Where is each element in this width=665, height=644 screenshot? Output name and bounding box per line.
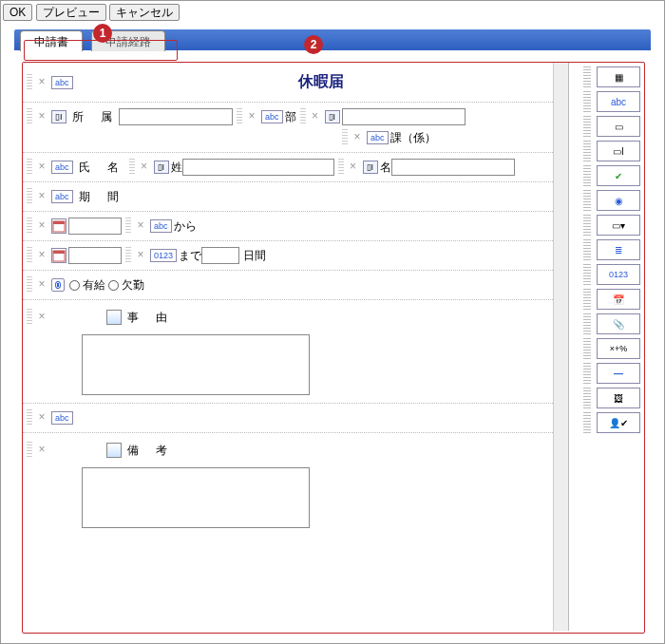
- drag-handle[interactable]: [27, 74, 32, 91]
- delete-icon[interactable]: ×: [36, 312, 48, 323]
- text-chip-icon[interactable]: abc: [51, 161, 73, 174]
- text-label-icon[interactable]: abc: [597, 91, 640, 112]
- drag-handle[interactable]: [583, 66, 591, 87]
- textarea-chip-icon[interactable]: [106, 443, 122, 458]
- drag-handle[interactable]: [338, 159, 344, 176]
- days-input[interactable]: [201, 247, 239, 264]
- textbox-chip-icon[interactable]: ▯I: [154, 161, 169, 174]
- date-chip-icon[interactable]: [51, 218, 66, 234]
- textbox-chip-icon[interactable]: ▯I: [363, 161, 378, 174]
- absent-radio[interactable]: [108, 280, 119, 291]
- text-chip-icon[interactable]: abc: [51, 76, 73, 89]
- textbox-chip-icon[interactable]: ▯I: [325, 110, 340, 123]
- form-canvas[interactable]: × abc 休暇届 × ▯I 所 属 × abc 部: [23, 63, 569, 631]
- drag-handle[interactable]: [27, 442, 32, 459]
- layout-icon[interactable]: ▦: [597, 66, 640, 87]
- delete-icon[interactable]: ×: [36, 161, 48, 173]
- textarea-chip-icon[interactable]: [106, 310, 122, 325]
- delete-icon[interactable]: ×: [36, 412, 48, 424]
- drag-handle[interactable]: [583, 289, 591, 310]
- image-icon[interactable]: 🖼: [597, 388, 640, 408]
- text-chip-icon[interactable]: abc: [261, 110, 283, 123]
- drag-handle[interactable]: [27, 309, 32, 326]
- drag-handle[interactable]: [583, 116, 591, 137]
- delete-icon[interactable]: ×: [352, 132, 363, 143]
- drag-handle[interactable]: [27, 218, 32, 235]
- tab-application-form[interactable]: 申請書: [20, 30, 83, 51]
- given-input[interactable]: [391, 159, 515, 176]
- radio-icon[interactable]: ◉: [597, 190, 640, 211]
- list-icon[interactable]: ≣: [597, 239, 640, 260]
- dept-input[interactable]: [342, 108, 466, 125]
- preview-button[interactable]: プレビュー: [36, 4, 106, 21]
- delete-icon[interactable]: ×: [36, 279, 48, 291]
- affiliation-input[interactable]: [119, 108, 233, 125]
- drag-handle[interactable]: [125, 247, 131, 264]
- delete-icon[interactable]: ×: [36, 77, 48, 88]
- drag-handle[interactable]: [27, 188, 32, 205]
- from-date-input[interactable]: [68, 218, 122, 235]
- drag-handle[interactable]: [129, 159, 135, 176]
- drag-handle[interactable]: [27, 409, 32, 426]
- drag-handle[interactable]: [583, 165, 591, 186]
- drag-handle[interactable]: [125, 218, 131, 235]
- radio-chip-icon[interactable]: [51, 278, 65, 292]
- number-chip-icon[interactable]: 0123: [150, 249, 177, 262]
- drag-handle[interactable]: [27, 108, 32, 125]
- textbox-icon[interactable]: ▭I: [597, 141, 640, 161]
- delete-icon[interactable]: ×: [36, 111, 48, 123]
- textbox-chip-icon[interactable]: ▯I: [51, 110, 66, 123]
- drag-handle[interactable]: [583, 338, 591, 359]
- remarks-textarea[interactable]: [82, 467, 310, 528]
- delete-icon[interactable]: ×: [310, 111, 321, 123]
- text-chip-icon[interactable]: abc: [367, 131, 389, 144]
- user-select-icon[interactable]: 👤✔: [597, 412, 640, 433]
- drag-handle[interactable]: [583, 190, 591, 211]
- cancel-button[interactable]: キャンセル: [109, 4, 180, 21]
- surname-input[interactable]: [182, 159, 334, 176]
- drag-handle[interactable]: [27, 247, 32, 264]
- svg-rect-3: [53, 251, 65, 254]
- calc-icon[interactable]: ×+%: [597, 338, 640, 359]
- delete-icon[interactable]: ×: [36, 445, 48, 456]
- number-icon[interactable]: 0123: [597, 264, 640, 285]
- checkbox-icon[interactable]: ✔: [597, 165, 640, 186]
- drag-handle[interactable]: [300, 108, 306, 125]
- dropdown-icon[interactable]: ▭▾: [597, 215, 640, 236]
- drag-handle[interactable]: [583, 215, 591, 236]
- paid-radio[interactable]: [69, 280, 80, 291]
- drag-handle[interactable]: [27, 276, 32, 294]
- delete-icon[interactable]: ×: [36, 250, 48, 261]
- delete-icon[interactable]: ×: [36, 191, 48, 202]
- drag-handle[interactable]: [583, 91, 591, 112]
- date-icon[interactable]: 📅: [597, 289, 640, 310]
- ok-button[interactable]: OK: [3, 4, 32, 21]
- text-chip-icon[interactable]: abc: [51, 411, 73, 425]
- canvas-scrollbar[interactable]: [553, 63, 568, 631]
- delete-icon[interactable]: ×: [36, 220, 48, 232]
- affiliation-label: 所 属: [72, 109, 115, 125]
- drag-handle[interactable]: [583, 363, 591, 384]
- to-date-input[interactable]: [68, 247, 122, 264]
- drag-handle[interactable]: [583, 313, 591, 334]
- drag-handle[interactable]: [237, 108, 242, 125]
- date-chip-icon[interactable]: [51, 248, 66, 263]
- delete-icon[interactable]: ×: [139, 161, 150, 173]
- drag-handle[interactable]: [583, 141, 591, 161]
- reason-textarea[interactable]: [82, 334, 310, 395]
- delete-icon[interactable]: ×: [135, 220, 146, 232]
- drag-handle[interactable]: [583, 264, 591, 285]
- drag-handle[interactable]: [583, 388, 591, 408]
- delete-icon[interactable]: ×: [246, 111, 257, 123]
- delete-icon[interactable]: ×: [135, 250, 146, 261]
- drag-handle[interactable]: [342, 129, 348, 146]
- text-chip-icon[interactable]: abc: [51, 190, 73, 203]
- delete-icon[interactable]: ×: [348, 161, 359, 173]
- textarea-icon[interactable]: ▭: [597, 116, 640, 137]
- drag-handle[interactable]: [583, 239, 591, 260]
- drag-handle[interactable]: [583, 412, 591, 433]
- attachment-icon[interactable]: 📎: [597, 313, 640, 334]
- separator-icon[interactable]: —: [597, 363, 640, 384]
- drag-handle[interactable]: [27, 159, 32, 176]
- text-chip-icon[interactable]: abc: [150, 219, 172, 233]
